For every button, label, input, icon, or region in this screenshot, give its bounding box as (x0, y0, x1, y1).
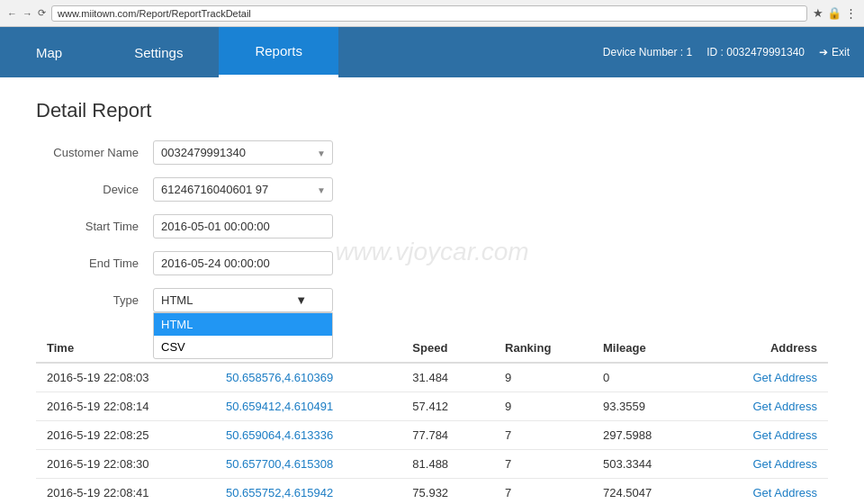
type-row: Type HTML ▼ HTML CSV (36, 288, 828, 312)
nav-tab-map[interactable]: Map (0, 27, 98, 77)
bookmark-icon[interactable]: ★ (813, 6, 824, 20)
back-button[interactable]: ← (7, 8, 17, 19)
cell-address: Get Address (704, 421, 828, 450)
cell-time: 2016-5-19 22:08:41 (36, 479, 215, 505)
cell-ranking: 9 (494, 363, 592, 392)
type-dropdown-menu: HTML CSV (153, 312, 333, 359)
end-time-row: End Time (36, 251, 828, 275)
table-row: 2016-5-19 22:08:30 50.657700,4.615308 81… (36, 450, 828, 479)
device-select-wrap: 61246716040601 97 ▼ (153, 177, 333, 202)
cell-address: Get Address (704, 363, 828, 392)
main-content: Detail Report Customer Name 003247999134… (0, 77, 864, 504)
device-select[interactable]: 61246716040601 97 (153, 177, 333, 202)
exit-label: Exit (832, 46, 850, 58)
cell-mileage: 297.5988 (592, 421, 704, 450)
menu-icon[interactable]: ⋮ (845, 6, 857, 20)
browser-icons: ★ 🔒 ⋮ (813, 6, 857, 20)
table-row: 2016-5-19 22:08:41 50.655752,4.615942 75… (36, 479, 828, 505)
cell-address: Get Address (704, 392, 828, 421)
cell-address: Get Address (704, 479, 828, 505)
type-option-html[interactable]: HTML (154, 313, 332, 336)
cell-mileage: 503.3344 (592, 450, 704, 479)
cell-speed: 75.932 (401, 479, 494, 505)
type-selected-value: HTML (161, 293, 193, 307)
end-time-input[interactable] (153, 251, 333, 275)
type-dropdown[interactable]: HTML ▼ HTML CSV (153, 288, 333, 312)
forward-button[interactable]: → (22, 8, 32, 19)
col-speed: Speed (401, 334, 494, 363)
table-body: 2016-5-19 22:08:03 50.658576,4.610369 31… (36, 363, 828, 504)
cell-speed: 81.488 (401, 450, 494, 479)
report-table: Time LLC Speed Ranking Mileage Address 2… (36, 334, 828, 504)
nav-tab-settings[interactable]: Settings (98, 27, 219, 77)
data-table-section: Time LLC Speed Ranking Mileage Address 2… (36, 334, 828, 504)
cell-time: 2016-5-19 22:08:14 (36, 392, 215, 421)
cell-speed: 77.784 (401, 421, 494, 450)
exit-button[interactable]: ➔ Exit (819, 46, 850, 58)
device-number-label: Device Number : 1 (603, 46, 692, 58)
get-address-link[interactable]: Get Address (752, 428, 817, 442)
cell-time: 2016-5-19 22:08:25 (36, 421, 215, 450)
table-row: 2016-5-19 22:08:14 50.659412,4.610491 57… (36, 392, 828, 421)
llc-link[interactable]: 50.657700,4.615308 (226, 457, 333, 471)
shield-icon: 🔒 (827, 6, 842, 20)
llc-link[interactable]: 50.659064,4.613336 (226, 428, 333, 442)
get-address-link[interactable]: Get Address (752, 486, 817, 500)
cell-ranking: 7 (494, 450, 592, 479)
start-time-input[interactable] (153, 214, 333, 238)
customer-name-select[interactable]: 0032479991340 (153, 140, 333, 165)
start-time-row: Start Time (36, 214, 828, 238)
start-time-label: Start Time (36, 220, 153, 233)
col-mileage: Mileage (592, 334, 704, 363)
cell-speed: 57.412 (401, 392, 494, 421)
table-row: 2016-5-19 22:08:25 50.659064,4.613336 77… (36, 421, 828, 450)
top-nav: Map Settings Reports Device Number : 1 I… (0, 27, 864, 77)
customer-name-row: Customer Name 0032479991340 ▼ (36, 140, 828, 165)
type-selected-display[interactable]: HTML ▼ (153, 288, 333, 312)
cell-mileage: 93.3559 (592, 392, 704, 421)
cell-speed: 31.484 (401, 363, 494, 392)
type-label: Type (36, 293, 153, 307)
col-ranking: Ranking (494, 334, 592, 363)
cell-llc: 50.659412,4.610491 (215, 392, 401, 421)
cell-address: Get Address (704, 450, 828, 479)
col-address: Address (704, 334, 828, 363)
type-arrow-icon: ▼ (295, 293, 307, 307)
device-info: Device Number : 1 ID : 0032479991340 ➔ E… (589, 27, 864, 77)
llc-link[interactable]: 50.658576,4.610369 (226, 371, 333, 384)
device-id-label: ID : 0032479991340 (706, 46, 805, 58)
refresh-button[interactable]: ⟳ (38, 7, 46, 19)
cell-llc: 50.658576,4.610369 (215, 363, 401, 392)
cell-mileage: 724.5047 (592, 479, 704, 505)
browser-bar: ← → ⟳ ★ 🔒 ⋮ (0, 0, 864, 27)
cell-time: 2016-5-19 22:08:03 (36, 363, 215, 392)
device-row: Device 61246716040601 97 ▼ (36, 177, 828, 202)
get-address-link[interactable]: Get Address (752, 457, 817, 471)
get-address-link[interactable]: Get Address (752, 371, 817, 384)
cell-llc: 50.659064,4.613336 (215, 421, 401, 450)
cell-ranking: 7 (494, 479, 592, 505)
table-row: 2016-5-19 22:08:03 50.658576,4.610369 31… (36, 363, 828, 392)
type-option-csv[interactable]: CSV (154, 336, 332, 358)
customer-name-select-wrap: 0032479991340 ▼ (153, 140, 333, 165)
cell-time: 2016-5-19 22:08:30 (36, 450, 215, 479)
end-time-label: End Time (36, 256, 153, 270)
nav-tab-reports[interactable]: Reports (219, 27, 338, 77)
url-bar[interactable] (51, 5, 807, 22)
cell-ranking: 7 (494, 421, 592, 450)
exit-icon: ➔ (819, 46, 828, 58)
device-label: Device (36, 183, 153, 196)
llc-link[interactable]: 50.655752,4.615942 (226, 486, 333, 500)
cell-llc: 50.657700,4.615308 (215, 450, 401, 479)
cell-mileage: 0 (592, 363, 704, 392)
get-address-link[interactable]: Get Address (752, 400, 817, 413)
page-title: Detail Report (36, 99, 828, 122)
cell-ranking: 9 (494, 392, 592, 421)
customer-name-label: Customer Name (36, 146, 153, 159)
cell-llc: 50.655752,4.615942 (215, 479, 401, 505)
llc-link[interactable]: 50.659412,4.610491 (226, 400, 333, 413)
